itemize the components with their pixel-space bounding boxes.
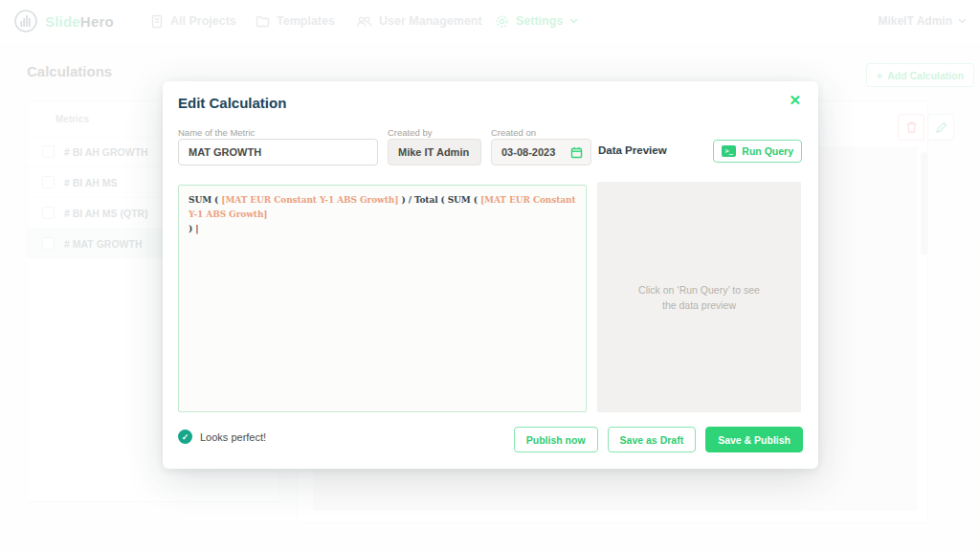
name-field-label: Name of the Metric [178, 127, 255, 138]
created-by-input [388, 139, 481, 165]
metric-name-input[interactable] [178, 139, 378, 165]
edit-calculation-modal: Edit Calculation ✕ Name of the Metric Cr… [163, 81, 818, 469]
close-icon[interactable]: ✕ [789, 92, 801, 109]
created-by-field-label: Created by [388, 127, 432, 138]
placeholder-line-1: Click on ‘Run Query’ to see [638, 282, 760, 298]
formula-keyword: ) / Total ( SUM ( [398, 195, 479, 205]
data-preview-placeholder: Click on ‘Run Query’ to see the data pre… [638, 282, 760, 313]
save-as-draft-button[interactable]: Save as Draft [608, 427, 697, 452]
formula-field-token: [MAT EUR Constant Y-1 ABS Growth] [221, 195, 398, 205]
run-query-button[interactable]: >_ Run Query [713, 140, 802, 163]
formula-editor[interactable]: SUM ( [MAT EUR Constant Y-1 ABS Growth] … [178, 185, 587, 412]
placeholder-line-2: the data preview [638, 298, 760, 313]
terminal-icon: >_ [722, 145, 736, 157]
calendar-icon[interactable] [570, 146, 583, 159]
modal-action-buttons: Publish now Save as Draft Save & Publish [514, 427, 803, 452]
publish-now-button[interactable]: Publish now [514, 427, 598, 452]
data-preview-label: Data Preview [598, 144, 667, 156]
validation-status: ✓ Looks perfect! [178, 430, 266, 444]
formula-keyword-with-cursor: ) | [189, 224, 198, 233]
save-and-publish-button[interactable]: Save & Publish [705, 427, 803, 452]
created-on-field-label: Created on [491, 127, 536, 138]
created-on-value: 03-08-2023 [501, 140, 555, 165]
app-window: SlideHero All Projects Templates [0, 0, 980, 551]
modal-title: Edit Calculation [178, 95, 286, 111]
created-on-date-field[interactable]: 03-08-2023 [491, 139, 591, 165]
formula-keyword: SUM ( [189, 195, 221, 205]
check-circle-icon: ✓ [178, 430, 192, 444]
data-preview-panel: Click on ‘Run Query’ to see the data pre… [597, 182, 801, 412]
validation-status-text: Looks perfect! [200, 431, 266, 443]
run-query-label: Run Query [742, 145, 793, 157]
